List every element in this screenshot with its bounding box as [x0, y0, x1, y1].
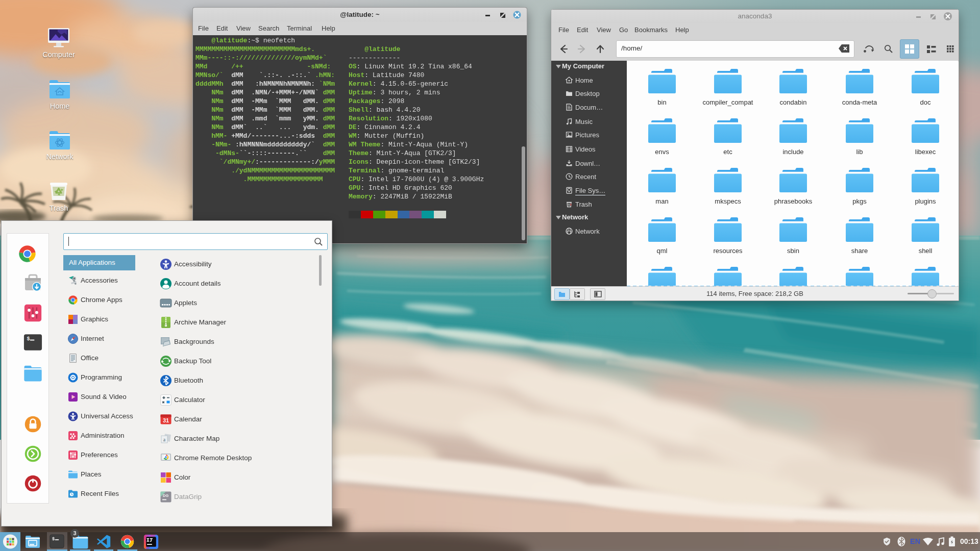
- svg-text:a: a: [163, 437, 166, 442]
- svg-text:DG: DG: [163, 493, 168, 498]
- svg-text:$: $: [52, 537, 55, 542]
- svg-text:31: 31: [163, 417, 169, 423]
- svg-text:$: $: [27, 336, 30, 342]
